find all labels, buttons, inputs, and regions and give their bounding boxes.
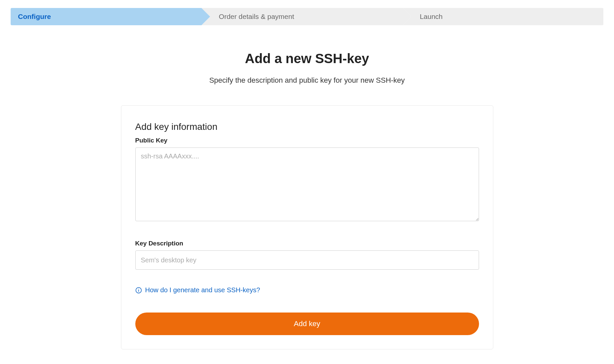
step-label: Launch bbox=[420, 13, 443, 21]
step-label: Configure bbox=[18, 13, 51, 21]
page-title: Add a new SSH-key bbox=[11, 51, 603, 66]
ssh-help-link[interactable]: How do I generate and use SSH-keys? bbox=[135, 286, 479, 294]
key-description-input[interactable] bbox=[135, 250, 479, 270]
info-icon bbox=[135, 287, 142, 294]
public-key-textarea[interactable] bbox=[135, 147, 479, 221]
step-order-payment[interactable]: Order details & payment bbox=[201, 8, 402, 25]
progress-stepper: Configure Order details & payment Launch bbox=[11, 8, 603, 25]
add-key-card: Add key information Public Key Key Descr… bbox=[121, 105, 493, 349]
step-label: Order details & payment bbox=[219, 13, 294, 21]
ssh-help-link-text: How do I generate and use SSH-keys? bbox=[145, 286, 260, 294]
key-description-label: Key Description bbox=[135, 240, 479, 247]
page-subtitle: Specify the description and public key f… bbox=[11, 76, 603, 85]
public-key-label: Public Key bbox=[135, 137, 479, 144]
step-launch[interactable]: Launch bbox=[403, 8, 603, 25]
add-key-button-label: Add key bbox=[294, 319, 320, 328]
step-configure[interactable]: Configure bbox=[11, 8, 201, 25]
add-key-button[interactable]: Add key bbox=[135, 313, 479, 335]
svg-point-2 bbox=[138, 289, 139, 289]
card-title: Add key information bbox=[135, 122, 479, 132]
